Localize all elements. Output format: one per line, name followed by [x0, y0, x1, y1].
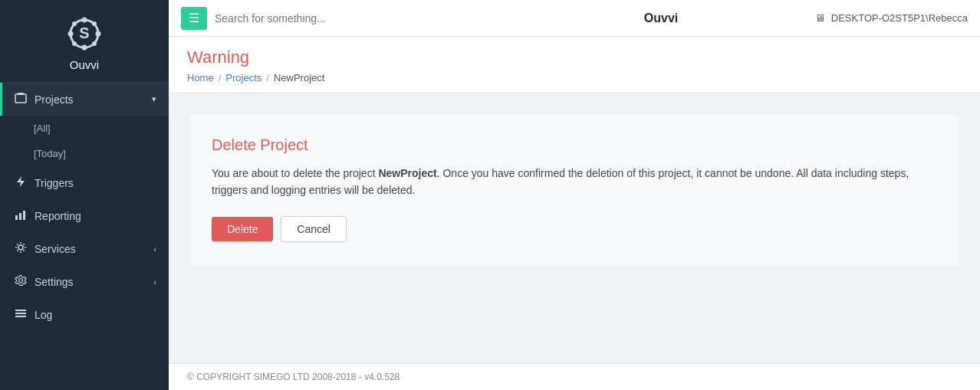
- sidebar: S Ouvvi Projects ▾ [All]: [0, 0, 169, 390]
- copyright-text: © COPYRIGHT SIMEGO LTD 2008-2018 - v4.0.…: [187, 372, 400, 382]
- footer: © COPYRIGHT SIMEGO LTD 2008-2018 - v4.0.…: [169, 363, 980, 390]
- breadcrumb-sep-1: /: [219, 72, 222, 84]
- sidebar-item-services-label: Services: [35, 243, 76, 255]
- breadcrumb-current: NewProject: [274, 72, 324, 84]
- topbar-app-title: Ouvvi: [515, 11, 807, 25]
- services-icon: [15, 241, 27, 256]
- app-logo-icon: S: [64, 14, 104, 54]
- topbar: ☰ Ouvvi 🖥 DESKTOP-O2ST5P1\Rebecca: [169, 0, 980, 37]
- breadcrumb-sep-2: /: [266, 72, 269, 84]
- sidebar-nav: Projects ▾ [All] [Today] Triggers: [0, 83, 169, 390]
- svg-rect-13: [15, 215, 18, 220]
- project-name: NewProject: [378, 167, 436, 179]
- user-info: 🖥 DESKTOP-O2ST5P1\Rebecca: [815, 12, 968, 24]
- svg-rect-19: [15, 313, 26, 314]
- sidebar-subitem-all[interactable]: [All]: [0, 116, 169, 141]
- page-header: Warning Home / Projects / NewProject: [169, 37, 980, 93]
- action-buttons: Delete Cancel: [212, 216, 937, 242]
- svg-rect-10: [15, 94, 26, 103]
- delete-project-card: Delete Project You are about to delete t…: [190, 115, 959, 265]
- svg-point-17: [19, 279, 23, 283]
- breadcrumb-home[interactable]: Home: [187, 72, 214, 84]
- content-area: Delete Project You are about to delete t…: [169, 93, 980, 363]
- sidebar-item-triggers[interactable]: Triggers: [0, 166, 169, 199]
- projects-icon: [15, 92, 27, 107]
- svg-rect-18: [15, 310, 26, 311]
- sidebar-item-reporting[interactable]: Reporting: [0, 199, 169, 232]
- main-content: ☰ Ouvvi 🖥 DESKTOP-O2ST5P1\Rebecca Warnin…: [169, 0, 980, 390]
- sidebar-item-projects[interactable]: Projects ▾: [0, 83, 169, 116]
- svg-rect-14: [19, 213, 21, 220]
- search-input[interactable]: [215, 12, 507, 25]
- svg-point-8: [72, 41, 77, 46]
- app-name: Ouvvi: [70, 58, 99, 71]
- log-icon: [15, 307, 27, 322]
- sidebar-item-log[interactable]: Log: [0, 298, 169, 331]
- settings-icon: [15, 274, 27, 289]
- svg-point-9: [92, 41, 97, 46]
- page-title: Warning: [187, 48, 962, 67]
- svg-point-5: [96, 31, 101, 37]
- settings-chevron-icon: ‹: [153, 277, 156, 287]
- sidebar-subitem-today[interactable]: [Today]: [0, 141, 169, 166]
- svg-point-7: [92, 21, 97, 26]
- sidebar-item-projects-label: Projects: [35, 93, 74, 106]
- message-before: You are about to delete the project: [212, 167, 378, 179]
- svg-point-4: [68, 31, 74, 37]
- sidebar-item-triggers-label: Triggers: [35, 177, 74, 189]
- sidebar-item-services[interactable]: Services ‹: [0, 232, 169, 265]
- user-label: DESKTOP-O2ST5P1\Rebecca: [831, 12, 968, 24]
- triggers-icon: [15, 175, 27, 190]
- sidebar-item-settings[interactable]: Settings ‹: [0, 265, 169, 298]
- delete-button[interactable]: Delete: [212, 217, 273, 241]
- services-chevron-icon: ‹: [153, 244, 156, 254]
- card-title: Delete Project: [212, 136, 937, 154]
- svg-point-3: [82, 45, 87, 51]
- reporting-icon: [15, 208, 27, 223]
- monitor-icon: 🖥: [815, 12, 825, 24]
- breadcrumb-projects[interactable]: Projects: [225, 72, 261, 84]
- projects-chevron-icon: ▾: [152, 94, 156, 104]
- svg-text:S: S: [79, 25, 89, 41]
- svg-rect-15: [23, 211, 25, 220]
- sidebar-logo: S Ouvvi: [0, 0, 169, 83]
- svg-point-16: [18, 245, 23, 250]
- sidebar-item-settings-label: Settings: [35, 276, 74, 288]
- warning-message: You are about to delete the project NewP…: [212, 165, 937, 199]
- sidebar-item-log-label: Log: [35, 309, 52, 321]
- cancel-button[interactable]: Cancel: [281, 216, 347, 242]
- svg-rect-11: [18, 93, 24, 95]
- svg-marker-12: [17, 176, 25, 187]
- breadcrumb: Home / Projects / NewProject: [187, 72, 962, 84]
- sidebar-item-reporting-label: Reporting: [35, 210, 81, 222]
- menu-button[interactable]: ☰: [181, 7, 207, 30]
- svg-rect-20: [15, 316, 26, 317]
- svg-point-2: [82, 18, 87, 23]
- svg-point-6: [72, 21, 77, 26]
